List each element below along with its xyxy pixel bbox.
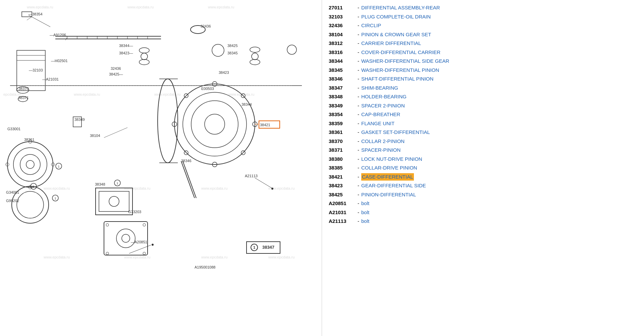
part-dash: - [358,218,359,225]
svg-text:G33001: G33001 [7,127,20,131]
svg-line-82 [27,17,32,20]
part-dash: - [358,66,359,74]
parts-list-row: 38361 - GASKET SET-DIFFERENTIAL [329,128,637,137]
svg-text:32436: 32436 [201,24,211,28]
part-name-link[interactable]: bolt [361,209,369,217]
part-name-link[interactable]: PINION & CROWN GEAR SET [361,31,431,39]
parts-list-row: 38344 - WASHER-DIFFERENTIAL SIDE GEAR [329,57,637,66]
part-number: 38370 [329,138,356,145]
svg-text:38346: 38346 [181,159,192,163]
part-number: 38385 [329,164,356,172]
part-dash: - [358,120,359,128]
part-dash: - [358,138,359,145]
svg-text:38344: 38344 [241,102,252,106]
part-dash: - [358,40,359,47]
part-dash: - [358,84,359,92]
svg-point-59 [116,229,135,248]
part-name-link[interactable]: GEAR-DIFFERENTIAL SIDE [361,182,426,190]
parts-list-row: A21113 - bolt [329,217,637,226]
part-number: A21113 [329,218,356,225]
part-dash: - [358,75,359,83]
svg-text:38370: 38370 [18,87,29,91]
part-dash: - [358,173,359,181]
part-number: 32103 [329,13,356,21]
parts-list-row: 38354 - CAP-BREATHER [329,110,637,119]
part-dash: - [358,200,359,207]
part-dash: - [358,164,359,172]
svg-text:1: 1 [58,165,59,168]
part-name-link[interactable]: bolt [361,218,369,225]
svg-text:38348: 38348 [95,182,105,186]
parts-list-row: 38385 - COLLAR-DRIVE PINION [329,163,637,173]
part-name-link[interactable]: WASHER-DIFFERENTIAL PINION [361,66,439,74]
part-number: 38316 [329,49,356,56]
part-dash: - [358,191,359,199]
parts-list-row: 38425 - PINION-DIFFERENTIAL [329,190,637,199]
svg-text:A21113: A21113 [245,174,258,178]
part-name-link[interactable]: FLANGE UNIT [361,120,394,128]
part-name-link[interactable]: SPACER-PINION [361,146,400,154]
svg-text:1: 1 [54,197,56,200]
parts-list-row: 38345 - WASHER-DIFFERENTIAL PINION [329,66,637,75]
part-name-link[interactable]: CAP-BREATHER [361,111,400,118]
part-name-link[interactable]: COLLAR-DRIVE PINION [361,164,417,172]
part-name-link[interactable]: CARRIER DIFFERENTIAL [361,40,421,47]
part-name-link[interactable]: PLUG COMPLETE-OIL DRAIN [361,13,431,21]
parts-list-row: 38347 - SHIM-BEARING [329,84,637,93]
part-number: 38425 [329,191,356,199]
part-number: 38421 [329,173,356,181]
parts-list-row: 38346 - SHAFT-DIFFERENTIAL PINION [329,75,637,84]
parts-list-row: 38359 - FLANGE UNIT [329,119,637,128]
part-number: 38346 [329,75,356,83]
part-name-link[interactable]: GASKET SET-DIFFERENTIAL [361,129,430,136]
parts-list-row: 38380 - LOCK NUT-DRIVE PINION [329,155,637,164]
svg-text:38425: 38425 [227,44,238,48]
part-number: A21031 [329,209,356,217]
svg-point-72 [250,59,260,65]
svg-text:38361: 38361 [24,138,35,142]
part-dash: - [358,129,359,136]
svg-text:—32103: —32103 [29,68,43,72]
svg-text:1: 1 [116,182,118,185]
svg-point-55 [109,196,119,206]
part-dash: - [358,31,359,39]
svg-text:—38354: —38354 [29,12,43,16]
part-dash: - [358,57,359,65]
parts-list-row: 38371 - SPACER-PINION [329,146,637,155]
svg-text:38423—: 38423— [119,51,133,55]
svg-rect-58 [104,222,148,255]
part-name-link[interactable]: COVER-DIFFERENTIAL CARRIER [361,49,440,56]
part-name-link[interactable]: CIRCLIP [361,22,381,30]
part-name-link[interactable]: HOLDER-BEARING [361,93,407,101]
part-name-link[interactable]: SPACER 2-PINION [361,102,405,110]
part-name-link[interactable]: CASE-DIFFERENTIAL [361,173,414,181]
part-name-link[interactable]: SHIM-BEARING [361,84,398,92]
svg-point-35 [191,101,238,148]
svg-point-74 [212,44,224,56]
part-number: 32436 [329,22,356,30]
part-name-link[interactable]: bolt [361,200,369,207]
svg-text:E00503: E00503 [201,87,214,91]
part-name-link[interactable]: WASHER-DIFFERENTIAL SIDE GEAR [361,57,449,65]
part-name-link[interactable]: SHAFT-DIFFERENTIAL PINION [361,75,433,83]
svg-text:—A91206: —A91206 [50,33,66,37]
svg-text:32436: 32436 [111,66,121,70]
part-name-link[interactable]: COLLAR 2-PINION [361,138,405,145]
part-dash: - [358,182,359,190]
part-number: 38349 [329,102,356,110]
part-name-link[interactable]: LOCK NUT-DRIVE PINION [361,155,422,163]
svg-line-51 [181,161,195,198]
svg-text:—H02501: —H02501 [51,59,68,63]
parts-list-row: 38421 - CASE-DIFFERENTIAL [329,173,637,182]
part-dash: - [358,4,359,12]
svg-text:38349: 38349 [74,117,85,122]
part-name-link[interactable]: PINION-DIFFERENTIAL [361,191,416,199]
part-dash: - [358,22,359,30]
part-number: 38348 [329,93,356,101]
svg-point-66 [152,244,154,246]
part-number: 38371 [329,146,356,154]
part-number: 38361 [329,129,356,136]
part-number: 38345 [329,66,356,74]
part-name-link[interactable]: DIFFERENTIAL ASSEMBLY-REAR [361,4,440,12]
svg-point-61 [106,224,109,226]
